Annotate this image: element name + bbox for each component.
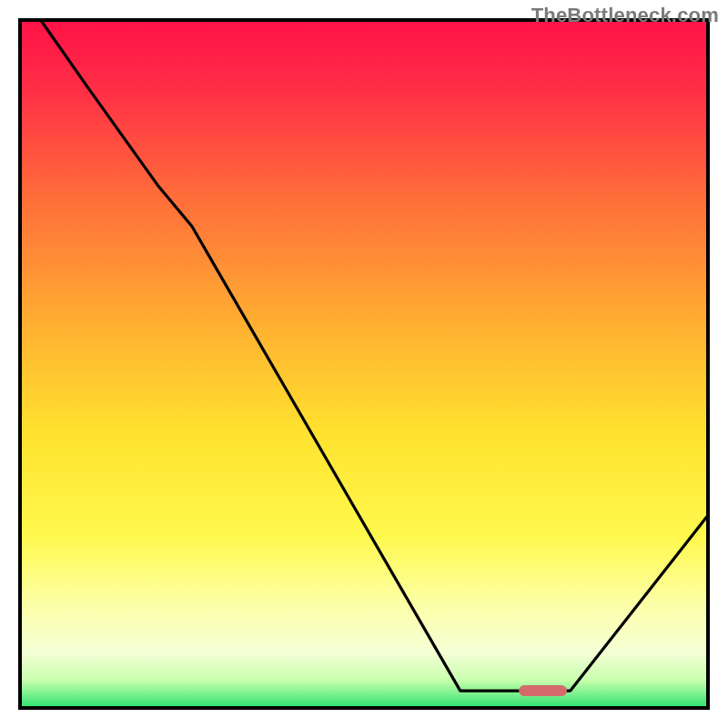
bottleneck-chart: [0, 0, 728, 728]
watermark-text: TheBottleneck.com: [531, 4, 719, 27]
chart-container: TheBottleneck.com: [0, 0, 728, 728]
plot-background: [20, 20, 708, 708]
flat-marker: [519, 685, 567, 696]
